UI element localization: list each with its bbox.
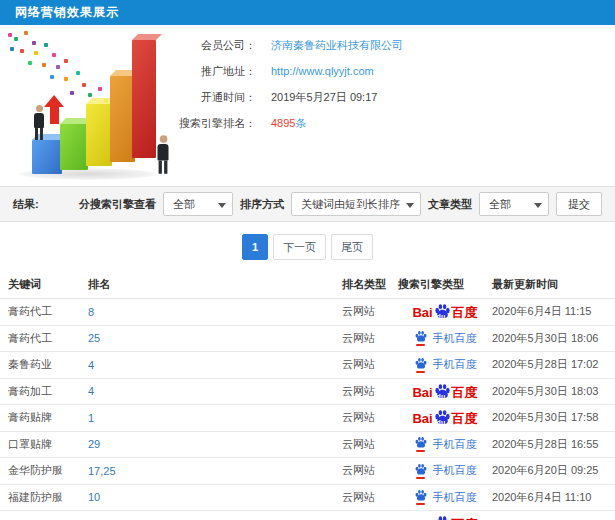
rank-count-unit: 条 [295, 117, 306, 129]
keyword-cell: 膏药加工 [8, 384, 88, 399]
updated-time-cell: 2020年5月30日 17:58 [492, 410, 615, 425]
table-row: 膏药加工4云网站 Bai du 百度 2020年5月30日 18:03 [0, 379, 615, 406]
table-row: Bai du 百度 [0, 511, 615, 520]
table-row: 福建防护服10云网站 手机百度 2020年6月4日 11:10 [0, 485, 615, 512]
engine-type-cell: Bai du 百度 [398, 515, 492, 520]
mobile-baidu-icon[interactable]: 手机百度 [414, 436, 477, 452]
member-company-label: 会员公司： [178, 38, 256, 53]
keyword-cell: 秦鲁药业 [8, 357, 88, 372]
rank-cell[interactable]: 10 [88, 491, 342, 503]
rank-cell[interactable]: 4 [88, 359, 342, 371]
rank-count-number: 4895 [271, 117, 295, 129]
table-body: 膏药代工8云网站 Bai du 百度 2020年6月4日 11:15膏药代工25… [0, 299, 615, 520]
open-time-value: 2019年5月27日 09:17 [271, 90, 377, 105]
engine-rank-count-label: 搜索引擎排名： [178, 116, 256, 131]
baidu-logo-icon[interactable]: Bai du 百度 [412, 303, 477, 320]
submit-button[interactable]: 提交 [556, 192, 602, 216]
engine-filter-select[interactable]: 全部 [163, 192, 233, 216]
field-promo-url: 推广地址： http://www.qlyyjt.com [178, 64, 615, 78]
bar-chart-illustration [0, 25, 178, 186]
table-row: 秦鲁药业4云网站 手机百度 2020年5月28日 17:02 [0, 352, 615, 379]
chart-bar-green [60, 124, 88, 170]
baidu-logo-icon[interactable]: Bai du 百度 [412, 409, 477, 426]
rank-type-cell: 云网站 [342, 357, 398, 372]
table-row: 膏药贴牌1云网站 Bai du 百度 2020年5月30日 17:58 [0, 405, 615, 432]
rank-cell[interactable]: 29 [88, 438, 342, 450]
rank-type-cell: 云网站 [342, 490, 398, 505]
pagination: 1 下一页 尾页 [0, 222, 615, 271]
table-row: 口罩贴牌29云网站 手机百度 2020年5月28日 16:55 [0, 432, 615, 459]
updated-time-cell: 2020年5月30日 18:03 [492, 384, 615, 399]
article-type-select[interactable]: 全部 [479, 192, 549, 216]
member-info-section: 会员公司： 济南秦鲁药业科技有限公司 推广地址： http://www.qlyy… [0, 25, 615, 186]
last-page-button[interactable]: 尾页 [331, 234, 373, 260]
updated-time-cell: 2020年6月20日 09:25 [492, 463, 615, 478]
table-row: 膏药代工25云网站 手机百度 2020年5月30日 18:06 [0, 326, 615, 353]
engine-type-cell: Bai du 百度 [398, 303, 492, 320]
engine-type-cell: Bai du 百度 [398, 409, 492, 426]
table-header-row: 关键词 排名 排名类型 搜索引擎类型 最新更新时间 [0, 271, 615, 299]
baidu-logo-icon[interactable]: Bai du 百度 [412, 515, 477, 520]
field-engine-rank-count: 搜索引擎排名： 4895条 [178, 116, 615, 130]
mobile-baidu-icon[interactable]: 手机百度 [414, 489, 477, 505]
rank-cell[interactable]: 8 [88, 306, 342, 318]
header-keyword: 关键词 [8, 277, 88, 292]
chevron-down-icon [406, 203, 414, 212]
rank-type-cell: 云网站 [342, 437, 398, 452]
keyword-cell: 金华防护服 [8, 463, 88, 478]
rank-cell[interactable]: 17,25 [88, 465, 342, 477]
engine-rank-count-value: 4895条 [271, 116, 306, 131]
keyword-rank-table: 关键词 排名 排名类型 搜索引擎类型 最新更新时间 膏药代工8云网站 Bai d… [0, 271, 615, 520]
header-engine-type: 搜索引擎类型 [398, 277, 492, 292]
member-company-link[interactable]: 济南秦鲁药业科技有限公司 [271, 38, 403, 53]
engine-type-cell: 手机百度 [398, 357, 492, 373]
rank-type-cell: 云网站 [342, 463, 398, 478]
rank-type-cell: 云网站 [342, 384, 398, 399]
updated-time-cell: 2020年5月28日 16:55 [492, 437, 615, 452]
mobile-baidu-icon[interactable]: 手机百度 [414, 463, 477, 479]
up-arrow-icon [50, 106, 59, 124]
baidu-logo-icon[interactable]: Bai du 百度 [412, 383, 477, 400]
paw-icon: du [434, 303, 451, 320]
engine-type-cell: 手机百度 [398, 436, 492, 452]
engine-type-cell: 手机百度 [398, 489, 492, 505]
updated-time-cell: 2020年6月4日 11:15 [492, 304, 615, 319]
paw-icon [414, 463, 428, 479]
updated-time-cell: 2020年5月28日 17:02 [492, 357, 615, 372]
engine-type-cell: 手机百度 [398, 463, 492, 479]
header-updated: 最新更新时间 [492, 277, 615, 292]
mobile-baidu-icon[interactable]: 手机百度 [414, 357, 477, 373]
keyword-cell: 膏药代工 [8, 331, 88, 346]
rank-type-cell: 云网站 [342, 410, 398, 425]
member-info-fields: 会员公司： 济南秦鲁药业科技有限公司 推广地址： http://www.qlyy… [178, 25, 615, 186]
table-row: 金华防护服17,25云网站 手机百度 2020年6月20日 09:25 [0, 458, 615, 485]
page-title: 网络营销效果展示 [0, 0, 615, 25]
rank-cell[interactable]: 25 [88, 332, 342, 344]
field-open-time: 开通时间： 2019年5月27日 09:17 [178, 90, 615, 104]
next-page-button[interactable]: 下一页 [273, 234, 326, 260]
chevron-down-icon [218, 203, 226, 212]
paw-icon: du [434, 409, 451, 426]
page-button-current[interactable]: 1 [242, 234, 268, 260]
paw-icon [414, 330, 428, 346]
marketing-effect-page: 网络营销效果展示 会员公司： 济南秦鲁药业科技有限公司 推广地址： [0, 0, 615, 520]
paw-icon: du [434, 515, 451, 520]
engine-type-cell: 手机百度 [398, 330, 492, 346]
sort-select[interactable]: 关键词由短到长排序 [291, 192, 421, 216]
article-type-value: 全部 [489, 198, 511, 210]
mobile-baidu-icon[interactable]: 手机百度 [414, 330, 477, 346]
table-row: 膏药代工8云网站 Bai du 百度 2020年6月4日 11:15 [0, 299, 615, 326]
chevron-down-icon [534, 203, 542, 212]
header-rank-type: 排名类型 [342, 277, 398, 292]
promo-url-link[interactable]: http://www.qlyyjt.com [271, 65, 374, 77]
businessman-right-icon [158, 135, 169, 174]
rank-cell[interactable]: 1 [88, 412, 342, 424]
filter-controls: 分搜索引擎查看 全部 排序方式 关键词由短到长排序 文章类型 全部 提交 [79, 192, 602, 216]
paw-icon [414, 436, 428, 452]
rank-type-cell: 云网站 [342, 304, 398, 319]
paw-icon [414, 489, 428, 505]
rank-cell[interactable]: 4 [88, 385, 342, 397]
filter-bar: 结果: 分搜索引擎查看 全部 排序方式 关键词由短到长排序 文章类型 全部 提交 [0, 186, 615, 222]
keyword-cell: 福建防护服 [8, 490, 88, 505]
engine-filter-label: 分搜索引擎查看 [79, 197, 156, 212]
